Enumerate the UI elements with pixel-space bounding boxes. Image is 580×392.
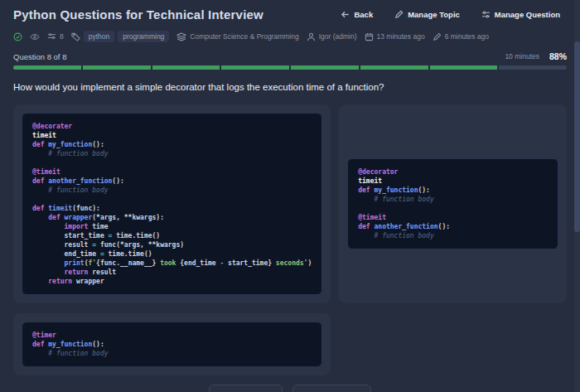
page-title: Python Questions for Technical Interview [13,7,263,22]
arrow-left-icon [341,10,350,19]
progress-segment [83,65,151,70]
finish-button[interactable]: Finish [292,385,371,392]
progress-segment [360,65,428,70]
visibility-icon [30,32,40,41]
scrollbar[interactable] [574,0,580,392]
answer-option-2[interactable]: @decoratortimeitdef my_function(): # fun… [339,104,567,303]
answer-option-3[interactable]: @timerdef my_function(): # function body [13,313,331,375]
progress-segment [152,65,220,70]
progress-segment [499,65,567,70]
pencil-icon [433,32,442,41]
code-block: @timerdef my_function(): # function body [22,322,322,367]
header-actions: Back Manage Topic Manage Question [341,10,560,19]
layers-icon [176,32,186,41]
question-text: How would you implement a simple decorat… [0,70,580,99]
footer-back-button[interactable]: Back [209,385,283,392]
edited-time: 6 minutes ago [433,32,489,41]
tag-chip[interactable]: programming [118,31,169,42]
status-published-icon [13,32,22,41]
created-time: 13 minutes ago [365,32,425,41]
author: Igor (admin) [307,32,357,41]
meta-row: 8 pythonprogramming Computer Science & P… [0,24,580,44]
footer: Back Finish [0,385,580,392]
sliders-icon [481,10,491,19]
list-icon [47,32,56,41]
calendar-icon [365,32,374,41]
score-percentage: 88% [549,51,567,61]
manage-question-button[interactable]: Manage Question [481,10,560,19]
pencil-icon [394,10,404,19]
scrollbar-thumb[interactable] [574,41,580,232]
answer-options: @decoratertimeitdef my_function(): # fun… [13,104,567,375]
user-icon [307,32,316,41]
back-button[interactable]: Back [341,10,373,19]
progress-segment [221,65,289,70]
tag-icon [71,32,80,41]
progress-segment [430,65,498,70]
header: Python Questions for Technical Interview… [0,0,580,24]
time-limit: 10 minutes [505,52,539,60]
tags-group: pythonprogramming [71,31,170,42]
category: Computer Science & Programming [176,32,298,41]
tag-chip[interactable]: python [84,31,115,42]
question-count: 8 [47,32,64,41]
code-block: @decoratortimeitdef my_function(): # fun… [347,158,558,249]
progress-segment [291,65,359,70]
progress-segment [13,65,81,70]
code-block: @decoratertimeitdef my_function(): # fun… [22,113,322,295]
answer-option-1[interactable]: @decoratertimeitdef my_function(): # fun… [13,104,331,303]
question-counter: Question 8 of 8 [13,52,66,61]
manage-topic-button[interactable]: Manage Topic [394,10,460,19]
quiz-bar: Question 8 of 8 10 minutes 88% [0,44,580,61]
